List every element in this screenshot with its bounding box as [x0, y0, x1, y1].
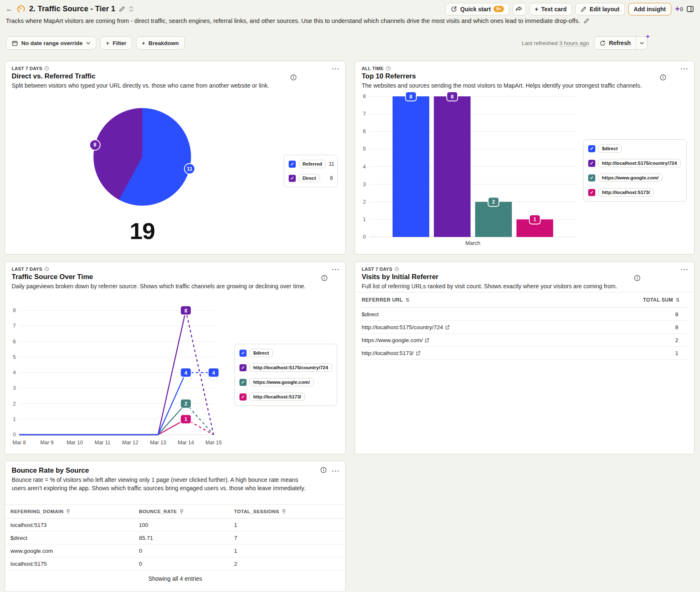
series-checkbox[interactable]: ✓ [239, 364, 247, 371]
add-breakdown-button[interactable]: +Breakdown [136, 36, 185, 50]
svg-text:2: 2 [13, 401, 16, 407]
card-title: Bounce Rate by Source [12, 466, 339, 474]
table-cell: 7 [234, 535, 345, 541]
referrer-url: $direct [362, 311, 379, 317]
pin-icon[interactable] [179, 509, 184, 514]
series-label[interactable]: Direct [299, 174, 320, 182]
edit-title-icon[interactable] [119, 6, 125, 12]
series-label[interactable]: $direct [249, 349, 273, 357]
add-filter-button[interactable]: +Filter [100, 36, 132, 50]
legend-item: ✓https://www.google.com/ [588, 174, 682, 182]
series-checkbox[interactable]: ✓ [239, 379, 247, 386]
sort-icon[interactable]: ⇅ [405, 297, 410, 303]
card-description: The websites and sources sending the mos… [362, 81, 687, 90]
plus-icon: + [535, 6, 538, 13]
visits-table-header: REFERRER URL ⇅ TOTAL SUM ⇅ [362, 292, 687, 308]
series-label[interactable]: https://www.google.com/ [598, 174, 662, 182]
info-icon[interactable] [660, 74, 667, 82]
svg-text:Mar 14: Mar 14 [178, 440, 194, 446]
column-total-sum: TOTAL SUM [643, 297, 673, 303]
bar-2[interactable] [434, 96, 471, 237]
table-cell: 2 [234, 561, 345, 567]
bar-3[interactable] [475, 202, 512, 237]
series-label[interactable]: Referred [299, 160, 326, 168]
line-legend: ✓$direct✓http://localhost:5175/country/7… [234, 344, 337, 406]
table-row: http://localhost:5175/country/7248 [362, 321, 687, 334]
svg-text:Mar 13: Mar 13 [150, 440, 166, 446]
date-range-dropdown[interactable]: No date range override [6, 36, 96, 50]
pin-icon[interactable] [282, 509, 286, 514]
series-checkbox[interactable]: ✓ [588, 189, 595, 196]
series-label[interactable]: $direct [598, 144, 622, 153]
quick-start-label: Quick start [460, 6, 491, 13]
side-panel-icon[interactable] [686, 5, 694, 13]
last-refreshed-time[interactable]: 3 hours ago [559, 40, 589, 47]
top-bar: ← 2. Traffic Source - Tier 1 Quick start… [0, 0, 700, 16]
legend-item: ✓$direct [588, 144, 682, 153]
sort-icon[interactable]: ⇅ [676, 297, 680, 303]
referrer-url[interactable]: http://localhost:5173/ [362, 350, 421, 356]
info-icon[interactable] [320, 466, 327, 475]
bar-1[interactable] [393, 96, 429, 237]
series-checkbox[interactable]: ✓ [588, 160, 595, 167]
pin-icon[interactable] [66, 509, 71, 514]
svg-text:2: 2 [363, 199, 366, 205]
series-checkbox[interactable]: ✓ [289, 161, 296, 168]
add-insight-label: Add insight [634, 6, 666, 13]
clock-icon [44, 66, 49, 71]
chevron-down-icon [86, 41, 91, 45]
bar-x-axis-label: March [370, 240, 576, 246]
svg-text:8: 8 [184, 308, 187, 314]
referrer-url[interactable]: https://www.google.com/ [362, 337, 429, 343]
max-ai-icon[interactable]: ✦() [675, 5, 683, 13]
table-cell: $direct [10, 535, 139, 541]
more-menu-icon[interactable]: ⋯ [680, 265, 689, 274]
quick-start-button[interactable]: Quick start 9+ [445, 3, 509, 15]
series-checkbox[interactable]: ✓ [239, 350, 247, 357]
edit-description-icon[interactable] [584, 18, 589, 24]
more-menu-icon[interactable]: ⋯ [332, 64, 340, 73]
series-checkbox[interactable]: ✓ [588, 145, 595, 152]
refresh-button[interactable]: Refresh [594, 37, 636, 49]
period-badge: LAST 7 DAYS [12, 267, 42, 272]
referrer-url[interactable]: http://localhost:5175/country/724 [362, 324, 450, 330]
clock-icon [44, 267, 49, 272]
svg-text:2: 2 [184, 401, 187, 407]
info-icon[interactable] [290, 74, 297, 82]
series-label[interactable]: https://www.google.com/ [249, 378, 314, 386]
refresh-split-button: Refresh ✦ [594, 36, 647, 50]
table-cell: 0 [139, 548, 234, 554]
series-label[interactable]: http://localhost:5175/country/724 [249, 363, 332, 372]
series-label[interactable]: http://localhost:5173/ [249, 393, 305, 401]
collapse-notebook-icon[interactable] [129, 6, 133, 12]
back-button[interactable]: ← [6, 5, 13, 13]
share-button[interactable] [513, 3, 526, 15]
svg-text:Mar 12: Mar 12 [122, 440, 138, 446]
table-row: www.google.com01 [5, 544, 345, 557]
card-description: Split between visitors who typed your UR… [12, 81, 339, 90]
series-checkbox[interactable]: ✓ [239, 393, 247, 401]
svg-text:Mar 15: Mar 15 [206, 440, 222, 446]
series-label[interactable]: http://localhost:5173/ [598, 188, 654, 196]
more-menu-icon[interactable]: ⋯ [332, 466, 340, 476]
svg-text:5: 5 [363, 146, 366, 152]
series-label[interactable]: http://localhost:5175/country/724 [598, 159, 681, 167]
add-text-card-button[interactable]: + Text card [529, 3, 572, 15]
series-checkbox[interactable]: ✓ [588, 174, 595, 181]
svg-text:Mar 11: Mar 11 [95, 440, 111, 446]
svg-text:1: 1 [363, 216, 366, 222]
table-row: localhost:51731001 [5, 519, 345, 532]
series-checkbox[interactable]: ✓ [289, 175, 296, 182]
more-menu-icon[interactable]: ⋯ [332, 265, 340, 274]
svg-text:7: 7 [363, 111, 366, 117]
svg-text:4: 4 [212, 370, 215, 376]
edit-layout-button[interactable]: Edit layout [575, 3, 625, 15]
svg-text:8: 8 [451, 94, 454, 100]
add-insight-button[interactable]: Add insight [628, 3, 671, 15]
table-row: $direct8 [362, 308, 687, 321]
pie-chart[interactable]: 118 [93, 108, 191, 206]
info-icon[interactable] [321, 275, 328, 283]
external-link-icon [425, 338, 429, 343]
more-menu-icon[interactable]: ⋯ [680, 64, 689, 73]
info-icon[interactable] [634, 275, 641, 283]
